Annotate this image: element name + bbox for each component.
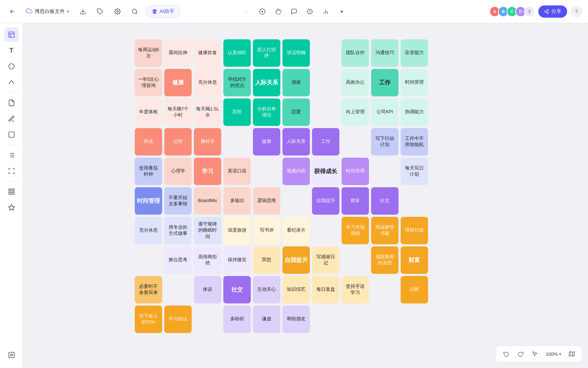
- card-r4-c1[interactable]: 学习: [194, 158, 221, 185]
- card-r2-c0[interactable]: 年度体检: [135, 98, 162, 126]
- bottom-sidebar-button[interactable]: [4, 348, 19, 362]
- back-button[interactable]: [6, 5, 19, 18]
- card-r7-c10[interactable]: 主动关心: [253, 276, 280, 303]
- card-r6-c9[interactable]: 高情商拒绝: [194, 246, 221, 274]
- card-r7-c6[interactable]: 必要时不各善买单: [135, 276, 162, 303]
- sidebar-icon-frame[interactable]: [4, 127, 19, 142]
- card-r4-c8[interactable]: 每天写日计划: [401, 158, 428, 185]
- card-r5-c2[interactable]: 逻辑思维: [253, 187, 280, 215]
- gesture-button[interactable]: [272, 5, 285, 18]
- card-r8-c4[interactable]: 记账: [401, 276, 428, 303]
- card-r8-c5[interactable]: 存下收入的70%: [135, 306, 162, 333]
- card-r7-c8[interactable]: 体谅: [194, 276, 221, 303]
- more-button[interactable]: ▾: [335, 5, 348, 18]
- search-button[interactable]: [128, 5, 141, 18]
- timer-button[interactable]: [303, 5, 316, 18]
- card-r1-c8[interactable]: 工作: [371, 69, 398, 96]
- card-r5-c5[interactable]: 财富: [342, 187, 369, 215]
- chart-button[interactable]: [319, 5, 332, 18]
- card-r8-c1[interactable]: 每日复盘: [312, 276, 339, 303]
- sidebar-icon-emoji[interactable]: [4, 200, 19, 215]
- card-r1-c1[interactable]: 健康: [164, 69, 192, 96]
- card-r0-c4[interactable]: 跟人打招呼: [253, 39, 280, 67]
- card-r8-c6[interactable]: 学习税法: [164, 306, 192, 333]
- sidebar-icon-sticky[interactable]: [4, 96, 19, 110]
- card-r3-c10[interactable]: 使用番茄时钟: [135, 158, 162, 185]
- card-r8-c8[interactable]: 多聆听: [223, 306, 251, 333]
- card-r6-c10[interactable]: 保持微笑: [223, 246, 251, 274]
- card-r8-c10[interactable]: 帮助朋友: [282, 306, 310, 333]
- card-r0-c0[interactable]: 每周运动5次: [135, 39, 162, 67]
- card-r2-c2[interactable]: 每天喝1.5L水: [194, 98, 221, 126]
- card-r3-c5[interactable]: 人际关系: [282, 128, 310, 155]
- card-r6-c0[interactable]: 深度旅游: [223, 217, 251, 244]
- sidebar-icon-line[interactable]: [4, 75, 19, 89]
- card-r5-c8[interactable]: 充分休息: [135, 217, 162, 244]
- card-r6-c5[interactable]: 阅读财管书籍: [371, 217, 398, 244]
- card-r8-c0[interactable]: 知识综艺: [282, 276, 310, 303]
- card-r8-c2[interactable]: 坚持手语学习: [342, 276, 369, 303]
- card-r2-c7[interactable]: 向上管理: [342, 98, 369, 126]
- card-r2-c5[interactable]: 恋爱: [282, 98, 310, 126]
- card-r1-c3[interactable]: 寻找对方的优点: [223, 69, 251, 96]
- sidebar-icon-text[interactable]: T: [4, 43, 19, 58]
- card-r4-c6[interactable]: 时间管理: [342, 158, 369, 185]
- card-r1-c0[interactable]: 一年5次心理咨询: [135, 69, 162, 96]
- card-r4-c5[interactable]: 获得成长: [312, 158, 339, 185]
- card-r3-c4[interactable]: 健康: [253, 128, 280, 155]
- card-r1-c2[interactable]: 充分休息: [194, 69, 221, 96]
- download-button[interactable]: [76, 5, 89, 18]
- help-button[interactable]: ?: [571, 6, 582, 17]
- card-r6-c2[interactable]: 看纪录片: [282, 217, 310, 244]
- card-r7-c4[interactable]: 感恩拥有的东西: [371, 246, 398, 274]
- card-r0-c3[interactable]: 认真倾听: [223, 39, 251, 67]
- card-r5-c10[interactable]: 遵守规律的睡眠时间: [194, 217, 221, 244]
- card-r4-c0[interactable]: 心理学: [164, 158, 192, 185]
- card-r3-c8[interactable]: 写下行动计划: [371, 128, 398, 155]
- undo-button[interactable]: [500, 348, 512, 360]
- card-r5-c4[interactable]: 自我提升: [312, 187, 339, 215]
- card-r3-c2[interactable]: 脑科学: [194, 128, 221, 155]
- card-r2-c3[interactable]: 冥想: [223, 98, 251, 126]
- card-r2-c8[interactable]: 公司KPI: [371, 98, 398, 126]
- ai-assistant-button[interactable]: AI助手: [146, 5, 181, 18]
- card-r7-c5[interactable]: 财富: [401, 246, 428, 274]
- card-r3-c1[interactable]: 运营: [164, 128, 192, 155]
- card-r7-c1[interactable]: 自我提升: [282, 246, 310, 274]
- card-r6-c1[interactable]: 写书评: [253, 217, 280, 244]
- card-r0-c2[interactable]: 健康饮食: [194, 39, 221, 67]
- card-r5-c9[interactable]: 用专业的方式做事: [164, 217, 192, 244]
- redo-button[interactable]: [515, 348, 526, 360]
- sidebar-icon-connector[interactable]: [4, 164, 19, 178]
- play-button[interactable]: [256, 5, 269, 18]
- map-button[interactable]: [566, 348, 578, 360]
- share-button[interactable]: 分享: [538, 5, 567, 18]
- sidebar-icon-template[interactable]: [4, 184, 19, 199]
- card-r1-c7[interactable]: 高效办公: [342, 69, 369, 96]
- sidebar-bottom-icon[interactable]: [4, 348, 19, 362]
- card-r0-c8[interactable]: 沟通技巧: [371, 39, 398, 67]
- cursor-button[interactable]: [529, 348, 541, 360]
- card-r3-c9[interactable]: 工作中不用智能机: [401, 128, 428, 155]
- card-r7-c0[interactable]: 冥想: [253, 246, 280, 274]
- canvas-area[interactable]: 每周运动5次晨间拉伸健康饮食认真倾听跟人打招呼讲话明确团队合作沟通技巧应变能力一…: [23, 23, 588, 368]
- card-r5-c0[interactable]: BoardMix: [194, 187, 221, 215]
- zoom-control[interactable]: 100% ▾: [544, 351, 563, 357]
- sidebar-icon-shape[interactable]: [4, 59, 19, 74]
- comment-button[interactable]: [288, 5, 300, 18]
- card-r3-c0[interactable]: 商业: [135, 128, 162, 155]
- tag-button[interactable]: [94, 5, 107, 18]
- card-r6-c4[interactable]: 学习市场营销: [342, 217, 369, 244]
- card-r2-c9[interactable]: 协调能力: [401, 98, 428, 126]
- settings-button[interactable]: [111, 5, 124, 18]
- card-r2-c1[interactable]: 每天睡7个小时: [164, 98, 192, 126]
- sidebar-icon-list[interactable]: [4, 148, 19, 162]
- card-r0-c9[interactable]: 应变能力: [401, 39, 428, 67]
- card-r5-c1[interactable]: 多输出: [223, 187, 251, 215]
- card-r6-c6[interactable]: 理财社团: [401, 217, 428, 244]
- card-r1-c5[interactable]: 感谢: [282, 69, 310, 96]
- card-r5-c6[interactable]: 社交: [371, 187, 398, 215]
- card-r0-c7[interactable]: 团队合作: [342, 39, 369, 67]
- card-r6-c8[interactable]: 换位思考: [164, 246, 192, 274]
- card-r3-c6[interactable]: 工作: [312, 128, 339, 155]
